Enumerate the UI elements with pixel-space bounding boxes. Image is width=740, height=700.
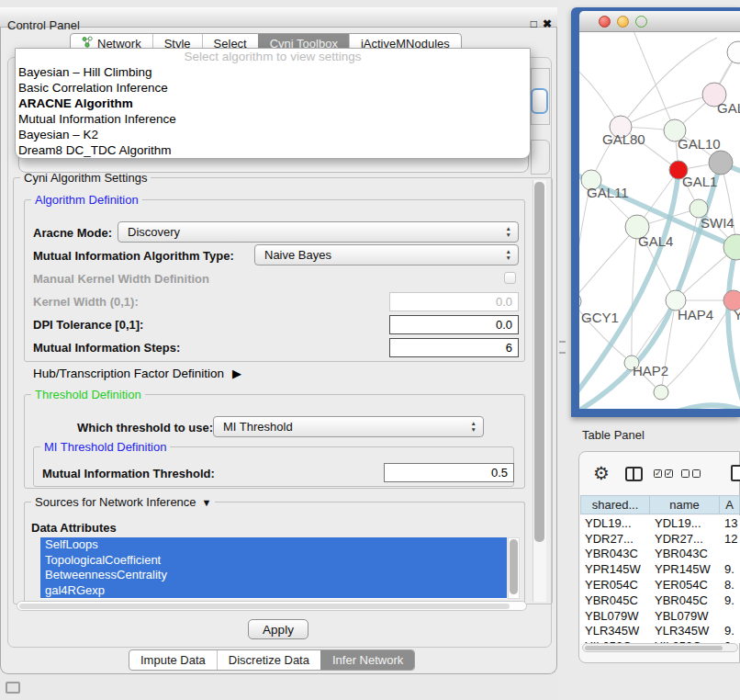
kernel-width-label: Kernel Width (0,1): [33,295,139,309]
close-traffic-light-icon[interactable] [599,16,611,28]
table-row[interactable]: YLR345WYLR345W9. [580,624,740,639]
network-edge [632,227,637,363]
apply-button[interactable]: Apply [248,619,308,639]
float-window-icon[interactable]: □ [531,17,537,30]
data-attribute-item-gal4rgexp[interactable]: gal4RGexp [40,583,507,599]
table-row[interactable]: YBR045CYBR045C9. [580,593,740,608]
table-row[interactable]: YBL079WYBL079W [580,608,740,624]
network-node[interactable] [579,292,581,310]
data-attribute-item-selfloops[interactable]: SelfLoops [40,537,507,553]
table-cell: YER054C [580,578,650,592]
network-node-label: GCY1 [581,310,619,325]
gear-icon[interactable]: ⚙ [593,464,610,482]
table-panel-title: Table Panel [582,428,645,442]
resize-grip[interactable] [6,682,20,694]
algorithm-option-basic-correlation-inference[interactable]: Basic Correlation Inference [16,80,530,96]
which-threshold-label: Which threshold to use: [77,421,213,435]
mi-threshold-field[interactable]: 0.5 [384,463,514,482]
algorithm-option-mutual-information-inference[interactable]: Mutual Information Inference [16,111,530,127]
aracne-mode-select[interactable]: Discovery ▲▼ [118,221,519,243]
tab-infer-network[interactable]: Infer Network [320,650,414,670]
network-node-label: Y [734,307,740,322]
algorithm-option-dream8-dc-tdc-algorithm[interactable]: Dream8 DC_TDC Algorithm [16,142,530,158]
hub-definition-expander[interactable]: Hub/Transcription Factor Definition ▶ [33,367,241,380]
network-edge [633,32,675,130]
table-cell: YDL19... [580,516,650,530]
columns-icon[interactable] [625,467,643,481]
sources-title: Sources for Network Inference [35,495,196,509]
zoom-traffic-light-icon[interactable] [635,16,647,28]
tab-label: Impute Data [140,650,206,670]
sources-title-row[interactable]: Sources for Network Inference▼ [31,495,215,509]
dpi-tolerance-field[interactable]: 0.0 [389,315,519,334]
close-icon[interactable]: ✖ [543,17,552,30]
table-cell: YDL19... [650,516,720,530]
algorithm-option-aracne-algorithm[interactable]: ARACNE Algorithm [16,96,530,111]
manual-kernel-checkbox[interactable] [504,272,516,284]
column-header-name[interactable]: name [650,495,720,514]
mi-threshold-label: Mutual Information Threshold: [42,467,215,480]
table-cell: YBR043C [580,547,650,560]
network-window: GALGAL80GAL10GAL1GAL11SWI4GAL4GCY1HAP4YH… [571,7,740,417]
network-node[interactable] [654,385,668,400]
algorithm-option-bayesian-k2[interactable]: Bayesian – K2 [16,127,530,142]
control-panel-titlebar: Control Panel □ ✖ [0,7,557,28]
settings-hscroll-track[interactable] [17,601,527,611]
attr-list-vscroll-thumb[interactable] [510,539,518,594]
table-cell: YBR045C [650,593,720,607]
network-edge [621,38,717,127]
network-node[interactable] [709,151,733,175]
data-attributes-label: Data Attributes [31,521,117,535]
network-node[interactable] [727,41,740,63]
network-node-label: GAL10 [678,136,721,152]
kernel-width-field[interactable]: 0.0 [389,292,519,311]
algorithm-option-bayesian-hill-climbing[interactable]: Bayesian – Hill Climbing [16,64,530,80]
splitter-handle[interactable] [559,341,566,354]
data-attributes-list[interactable]: SelfLoopsTopologicalCoefficientBetweenne… [40,537,507,599]
settings-vscroll-thumb[interactable] [534,182,544,542]
data-attribute-item-topologicalcoefficient[interactable]: TopologicalCoefficient [40,553,507,569]
minimize-traffic-light-icon[interactable] [617,16,629,28]
network-graph: GALGAL80GAL10GAL1GAL11SWI4GAL4GCY1HAP4YH… [579,32,740,409]
background-groupbox-fragment-2 [531,140,550,175]
table-cell: 12 [720,532,740,546]
table-row[interactable]: YER054CYER054C8. [580,577,740,593]
tab-impute-data[interactable]: Impute Data [129,650,217,670]
column-header-shared[interactable]: shared... [580,495,650,514]
network-node-label: GAL4 [638,233,673,249]
table-row[interactable]: YBR043CYBR043C [580,547,740,562]
threshold-definition-title: Threshold Definition [31,388,145,401]
hub-definition-label: Hub/Transcription Factor Definition [33,367,224,380]
table-hscroll-thumb[interactable] [585,646,723,650]
network-node-label: SWI4 [701,215,734,231]
table-cell: 9. [720,562,740,576]
network-canvas[interactable]: GALGAL80GAL10GAL1GAL11SWI4GAL4GCY1HAP4YH… [579,32,740,409]
stepper-icon: ▲▼ [506,226,511,238]
which-threshold-select[interactable]: MI Threshold ▲▼ [213,416,484,437]
algorithm-dropdown-prompt: Select algorithm to view settings [16,49,530,64]
new-column-icon[interactable] [731,465,740,481]
table-cell: YPR145W [650,562,720,576]
deselect-all-columns-icon[interactable] [681,469,701,478]
network-node-label: GAL11 [587,185,629,200]
select-all-columns-icon[interactable]: ✓✓ [654,469,673,478]
algorithm-dropdown-popup: Select algorithm to view settings Bayesi… [15,48,531,159]
table-cell: YBR045C [580,593,650,607]
column-header-a[interactable]: A [720,495,740,514]
table-cell: YPR145W [580,562,650,576]
screen: Control Panel □ ✖ NetworkStyleSelectCyni… [0,0,740,700]
mi-steps-label: Mutual Information Steps: [33,341,180,355]
data-attribute-item-betweennesscentrality[interactable]: BetweennessCentrality [40,568,507,583]
tab-discretize-data[interactable]: Discretize Data [217,650,320,670]
table-row[interactable]: YPR145WYPR145W9. [580,561,740,577]
network-edge-highlighted [728,247,740,401]
table-body: YDL19...YDL19...13YDR27...YDR27...12YBR0… [580,515,740,643]
mi-steps-field[interactable]: 6 [389,338,519,357]
table-row[interactable]: YDL19...YDL19...13 [580,515,740,531]
table-cell: YBR043C [650,547,720,560]
table-hscroll-track[interactable] [582,643,738,652]
table-row[interactable]: YDR27...YDR27...12 [580,531,740,547]
mi-type-select[interactable]: Naive Bayes ▲▼ [254,244,519,265]
table-cell: YER054C [650,578,720,592]
settings-hscroll-thumb[interactable] [19,604,510,609]
